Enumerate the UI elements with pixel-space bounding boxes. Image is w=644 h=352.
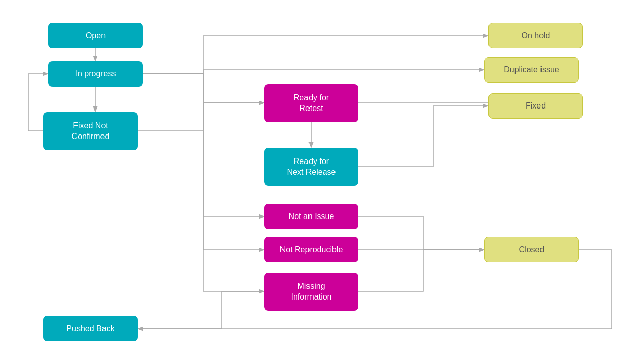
duplicate-issue-node: Duplicate issue: [484, 57, 579, 83]
on-hold-node: On hold: [488, 23, 583, 48]
missing-information-node: MissingInformation: [264, 273, 358, 311]
fixed-not-confirmed-node: Fixed NotConfirmed: [43, 112, 138, 150]
not-reproducible-node: Not Reproducible: [264, 237, 358, 262]
fixed-node: Fixed: [488, 93, 583, 119]
open-node: Open: [48, 23, 143, 48]
ready-for-next-release-node: Ready forNext Release: [264, 148, 358, 186]
pushed-back-node: Pushed Back: [43, 316, 138, 341]
ready-for-retest-node: Ready forRetest: [264, 84, 358, 122]
in-progress-node: In progress: [48, 61, 143, 87]
not-an-issue-node: Not an Issue: [264, 204, 358, 229]
flowchart: Open In progress Fixed NotConfirmed Push…: [0, 0, 644, 352]
closed-node: Closed: [484, 237, 579, 262]
